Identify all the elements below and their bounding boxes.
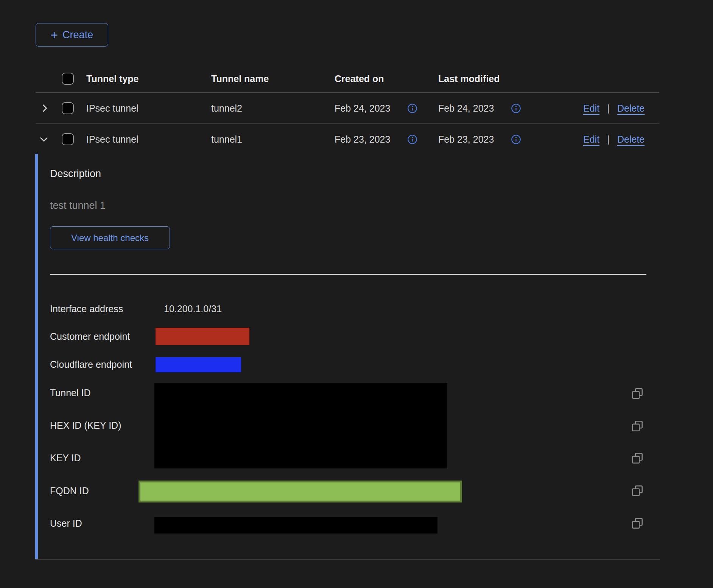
tunnel-name-cell: tunnel1 xyxy=(211,134,242,145)
panel-divider xyxy=(50,274,646,275)
row-divider xyxy=(36,123,659,124)
copy-icon[interactable] xyxy=(630,451,644,465)
fqdn-id-label: FQDN ID xyxy=(50,485,89,496)
link-separator: | xyxy=(607,103,610,114)
create-button-label: Create xyxy=(62,29,93,41)
fqdn-id-redaction xyxy=(139,481,462,502)
customer-endpoint-redaction xyxy=(156,328,249,345)
interface-address-value: 10.200.1.0/31 xyxy=(164,303,222,314)
select-all-checkbox[interactable] xyxy=(62,73,74,85)
last-modified-cell: Feb 23, 2023 xyxy=(438,134,494,145)
chevron-right-icon[interactable] xyxy=(39,103,50,114)
tunnel-id-label: Tunnel ID xyxy=(50,387,90,398)
copy-icon[interactable] xyxy=(630,484,644,498)
description-label: Description xyxy=(50,168,101,180)
view-health-checks-label: View health checks xyxy=(71,233,149,243)
info-icon[interactable] xyxy=(407,103,417,114)
cloudflare-endpoint-redaction xyxy=(156,357,241,372)
create-button[interactable]: + Create xyxy=(36,23,108,47)
column-header-tunnel-type: Tunnel type xyxy=(86,73,139,84)
delete-link[interactable]: Delete xyxy=(617,134,645,145)
copy-icon[interactable] xyxy=(630,516,644,530)
customer-endpoint-label: Customer endpoint xyxy=(50,331,130,342)
hex-id-label: HEX ID (KEY ID) xyxy=(50,420,121,431)
created-on-cell: Feb 24, 2023 xyxy=(335,103,390,114)
expanded-row-bottom-divider xyxy=(36,559,660,560)
tunnel-type-cell: IPsec tunnel xyxy=(86,134,139,145)
link-separator: | xyxy=(607,134,610,145)
description-value: test tunnel 1 xyxy=(50,200,106,212)
edit-link[interactable]: Edit xyxy=(583,134,599,145)
column-header-tunnel-name: Tunnel name xyxy=(211,73,269,84)
copy-icon[interactable] xyxy=(630,419,644,433)
user-id-redaction xyxy=(154,517,437,534)
tunnels-page: + Create Tunnel type Tunnel name Created… xyxy=(0,0,713,588)
delete-link[interactable]: Delete xyxy=(617,103,645,114)
edit-link[interactable]: Edit xyxy=(583,103,599,114)
copy-icon[interactable] xyxy=(630,387,644,400)
interface-address-label: Interface address xyxy=(50,303,123,314)
tunnel-type-cell: IPsec tunnel xyxy=(86,103,139,114)
info-icon[interactable] xyxy=(511,134,521,145)
tunnel-name-cell: tunnel2 xyxy=(211,103,242,114)
user-id-label: User ID xyxy=(50,518,82,529)
ids-redaction xyxy=(154,383,447,468)
plus-icon: + xyxy=(51,29,58,41)
column-header-created-on: Created on xyxy=(335,73,384,84)
row-checkbox[interactable] xyxy=(62,133,74,145)
column-header-last-modified: Last modified xyxy=(438,73,500,84)
info-icon[interactable] xyxy=(407,134,417,145)
info-icon[interactable] xyxy=(511,103,521,114)
row-checkbox[interactable] xyxy=(62,102,74,114)
view-health-checks-button[interactable]: View health checks xyxy=(50,226,170,249)
chevron-down-icon[interactable] xyxy=(39,134,49,145)
key-id-label: KEY ID xyxy=(50,453,81,464)
expanded-row-accent-bar xyxy=(35,154,38,559)
cloudflare-endpoint-label: Cloudflare endpoint xyxy=(50,359,132,370)
created-on-cell: Feb 23, 2023 xyxy=(335,134,390,145)
last-modified-cell: Feb 24, 2023 xyxy=(438,103,494,114)
header-divider xyxy=(36,92,659,93)
